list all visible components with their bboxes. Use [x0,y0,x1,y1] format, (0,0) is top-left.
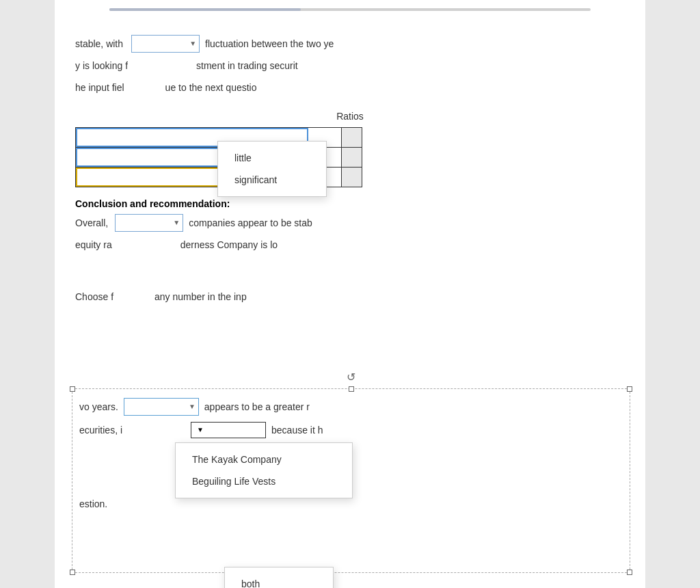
bottom-select-2[interactable]: ▼ [191,422,266,438]
resize-handle-tl[interactable] [70,386,75,392]
conclusion-line-2-after: derness Company is lo [180,235,278,254]
bottom-select-1[interactable]: ▼ [124,398,199,416]
scrollbar-area[interactable] [109,5,591,14]
scrollbar-track[interactable] [109,8,591,11]
dropdown-panel-3: The Kayak Company Beguiling Life Vests [175,442,353,498]
conclusion-line-2-before: equity ra [75,235,112,254]
resize-handle-br[interactable] [627,570,632,575]
conclusion-line-3: Choose f any number in the inp [75,287,625,306]
text-line-3-before: he input fiel [75,78,124,97]
resize-handle-tr[interactable] [627,386,632,392]
dropdown-3-option-beguiling[interactable]: Beguiling Life Vests [176,470,352,492]
conclusion-title: Conclusion and recommendation: [75,198,625,209]
main-content: stable, with ▼ fluctuation between the t… [75,34,625,306]
dropdown-2-option-both[interactable]: both [225,573,333,588]
scrollbar-thumb[interactable] [109,8,301,11]
bottom-line-1-after: appears to be a greater r [204,397,310,416]
resize-handle-bl[interactable] [70,570,75,575]
ratios-title: Ratios [336,111,364,122]
fluctuation-select[interactable]: ▼ [131,35,200,53]
text-line-2-before: y is looking f [75,56,128,75]
text-line-3-after: ue to the next questio [165,78,257,97]
bottom-line-2: ecurities, i ▼ because it h [79,420,623,440]
dropdown-panel-2: both neither of the [224,567,334,588]
dropdown-panel-1: little significant [217,141,327,197]
dropdown-1-option-significant[interactable]: significant [218,169,326,191]
dropdown-3-option-kayak[interactable]: The Kayak Company [176,449,352,470]
text-line-2-after: stment in trading securit [196,56,298,75]
ratios-section: Ratios [75,111,625,187]
selection-box: ↺ vo years. ▼ appears to be a greater r … [72,388,630,573]
page-container: stable, with ▼ fluctuation between the t… [0,0,700,588]
bottom-line-1-before: vo years. [79,397,118,416]
text-line-2: y is looking f stment in trading securit [75,56,625,75]
conclusion-line-2: equity ra derness Company is lo [75,235,625,254]
text-line-3: he input fiel ue to the next questio [75,78,625,97]
bottom-select-2-arrow: ▼ [197,420,204,440]
conclusion-line-3-after: any number in the inp [154,287,247,306]
bottom-line-1: vo years. ▼ appears to be a greater r [79,397,623,416]
bottom-line-2-before: ecurities, i [79,420,122,440]
bottom-line-3-before: estion. [79,494,107,513]
conclusion-line-1: Overall, ▼ companies appear to be stab [75,213,625,232]
dropdown-1-option-little[interactable]: little [218,147,326,169]
text-line-1-before: stable, with [75,34,123,53]
overall-select-arrow: ▼ [173,213,180,232]
text-line-1-after: fluctuation between the two ye [205,34,334,53]
text-line-1: stable, with ▼ fluctuation between the t… [75,34,625,53]
conclusion-line-1-before: Overall, [75,213,108,232]
bottom-box-content: vo years. ▼ appears to be a greater r ec… [72,389,630,524]
bottom-line-2-after: because it h [271,420,323,440]
rotate-handle[interactable]: ↺ [345,370,358,384]
overall-select[interactable]: ▼ [115,214,183,232]
conclusion-line-1-after: companies appear to be stab [189,213,312,232]
conclusion-line-3-before: Choose f [75,287,113,306]
resize-handle-tm[interactable] [349,386,354,392]
conclusion-section: Conclusion and recommendation: Overall, … [75,198,625,306]
select-arrow-icon: ▼ [189,34,196,53]
bottom-select-1-arrow: ▼ [189,397,196,416]
